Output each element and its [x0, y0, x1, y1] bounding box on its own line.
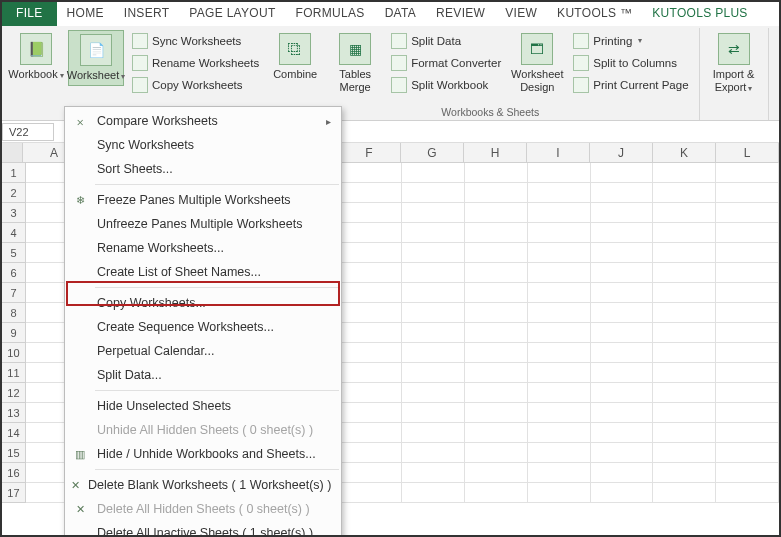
cell[interactable]	[716, 403, 779, 423]
cell[interactable]	[340, 183, 403, 203]
cell[interactable]	[465, 483, 528, 503]
cell[interactable]	[716, 323, 779, 343]
cell[interactable]	[340, 303, 403, 323]
row-header[interactable]: 13	[2, 403, 26, 423]
menu-copy-worksheets[interactable]: Copy Worksheets...	[65, 291, 341, 315]
cell[interactable]	[591, 463, 654, 483]
tab-kutools[interactable]: KUTOOLS ™	[547, 2, 642, 26]
row-header[interactable]: 17	[2, 483, 26, 503]
cell[interactable]	[340, 263, 403, 283]
cell[interactable]	[591, 423, 654, 443]
cell[interactable]	[340, 383, 403, 403]
copy-worksheets-button[interactable]: Copy Worksheets	[128, 74, 263, 95]
cell[interactable]	[653, 303, 716, 323]
cell[interactable]	[465, 203, 528, 223]
row-header[interactable]: 4	[2, 223, 26, 243]
cell[interactable]	[591, 223, 654, 243]
cell[interactable]	[402, 463, 465, 483]
cell[interactable]	[465, 163, 528, 183]
cell[interactable]	[653, 323, 716, 343]
row-header[interactable]: 1	[2, 163, 26, 183]
cell[interactable]	[591, 303, 654, 323]
cell[interactable]	[402, 423, 465, 443]
column-header[interactable]: J	[590, 143, 653, 163]
cell[interactable]	[465, 323, 528, 343]
row-header[interactable]: 12	[2, 383, 26, 403]
cell[interactable]	[402, 203, 465, 223]
cell[interactable]	[716, 263, 779, 283]
cell[interactable]	[716, 223, 779, 243]
cell[interactable]	[716, 463, 779, 483]
menu-unfreeze-panes[interactable]: Unfreeze Panes Multiple Worksheets	[65, 212, 341, 236]
menu-compare-worksheets[interactable]: ⨉Compare Worksheets▸	[65, 109, 341, 133]
cell[interactable]	[653, 443, 716, 463]
cell[interactable]	[716, 363, 779, 383]
menu-sort-sheets[interactable]: Sort Sheets...	[65, 157, 341, 181]
format-converter-button[interactable]: Format Converter	[387, 52, 505, 73]
tables-merge-button[interactable]: ▦ Tables Merge	[327, 30, 383, 96]
menu-delete-blank[interactable]: ✕Delete Blank Worksheets ( 1 Worksheet(s…	[65, 473, 341, 497]
cell[interactable]	[402, 363, 465, 383]
tab-data[interactable]: DATA	[375, 2, 426, 26]
cell[interactable]	[528, 183, 591, 203]
cell[interactable]	[591, 163, 654, 183]
cell[interactable]	[591, 343, 654, 363]
cell[interactable]	[716, 303, 779, 323]
cell[interactable]	[465, 183, 528, 203]
cell[interactable]	[402, 323, 465, 343]
cell[interactable]	[591, 403, 654, 423]
cell[interactable]	[465, 463, 528, 483]
row-header[interactable]: 5	[2, 243, 26, 263]
cell[interactable]	[402, 403, 465, 423]
row-header[interactable]: 8	[2, 303, 26, 323]
cell[interactable]	[465, 343, 528, 363]
cell[interactable]	[340, 443, 403, 463]
cell[interactable]	[591, 263, 654, 283]
cell[interactable]	[653, 423, 716, 443]
cell[interactable]	[465, 363, 528, 383]
workbook-button[interactable]: 📗 Workbook	[8, 30, 64, 84]
cell[interactable]	[340, 483, 403, 503]
cell[interactable]	[465, 443, 528, 463]
cell[interactable]	[402, 303, 465, 323]
cell[interactable]	[340, 323, 403, 343]
worksheet-button[interactable]: 📄 Worksheet	[68, 30, 124, 86]
column-header[interactable]: F	[338, 143, 401, 163]
tab-insert[interactable]: INSERT	[114, 2, 180, 26]
cell[interactable]	[716, 443, 779, 463]
cell[interactable]	[528, 443, 591, 463]
cell[interactable]	[402, 343, 465, 363]
tab-kutools-plus[interactable]: KUTOOLS PLUS	[642, 2, 757, 26]
cell[interactable]	[653, 483, 716, 503]
menu-hide-unselected[interactable]: Hide Unselected Sheets	[65, 394, 341, 418]
print-current-button[interactable]: Print Current Page	[569, 74, 692, 95]
row-header[interactable]: 10	[2, 343, 26, 363]
cell[interactable]	[340, 283, 403, 303]
split-columns-button[interactable]: Split to Columns	[569, 52, 692, 73]
row-header[interactable]: 14	[2, 423, 26, 443]
cell[interactable]	[528, 303, 591, 323]
cell[interactable]	[465, 403, 528, 423]
cell[interactable]	[716, 203, 779, 223]
column-header[interactable]: K	[653, 143, 716, 163]
worksheet-design-button[interactable]: 🗔 Worksheet Design	[509, 30, 565, 96]
split-data-button[interactable]: Split Data	[387, 30, 505, 51]
combine-button[interactable]: ⿻ Combine	[267, 30, 323, 84]
row-header[interactable]: 6	[2, 263, 26, 283]
name-box[interactable]	[2, 123, 54, 141]
menu-freeze-panes[interactable]: ❄Freeze Panes Multiple Worksheets	[65, 188, 341, 212]
cell[interactable]	[340, 403, 403, 423]
cell[interactable]	[465, 303, 528, 323]
cell[interactable]	[591, 243, 654, 263]
split-workbook-button[interactable]: Split Workbook	[387, 74, 505, 95]
select-all-cell[interactable]	[2, 143, 23, 163]
cell[interactable]	[402, 263, 465, 283]
row-header[interactable]: 3	[2, 203, 26, 223]
cell[interactable]	[465, 383, 528, 403]
cell[interactable]	[591, 443, 654, 463]
cell[interactable]	[528, 283, 591, 303]
cell[interactable]	[591, 183, 654, 203]
cell[interactable]	[653, 163, 716, 183]
cell[interactable]	[528, 483, 591, 503]
menu-sync-worksheets[interactable]: Sync Worksheets	[65, 133, 341, 157]
